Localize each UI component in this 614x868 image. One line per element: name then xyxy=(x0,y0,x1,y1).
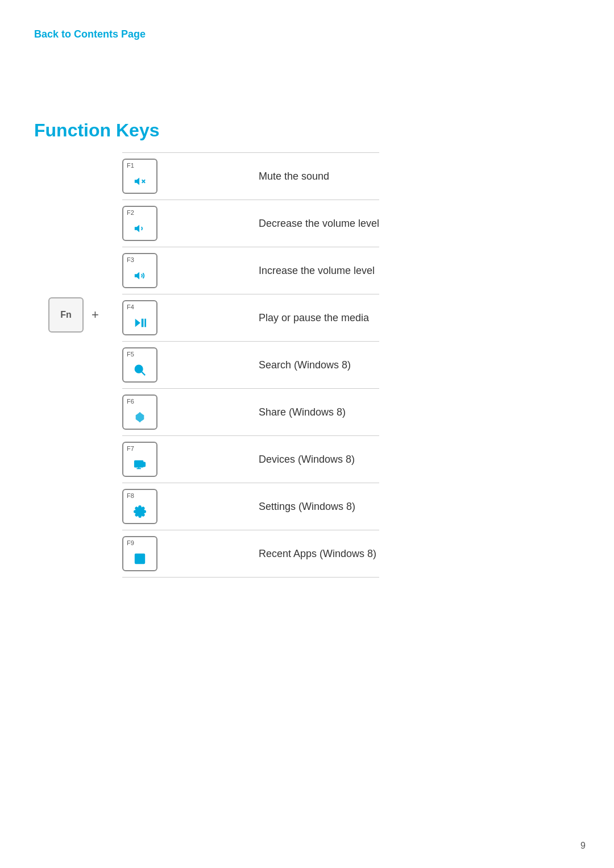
svg-marker-3 xyxy=(135,225,139,232)
table-row: F9 Recent Apps (Windows 8) xyxy=(122,530,379,578)
key-label: F9 xyxy=(127,540,134,546)
svg-marker-4 xyxy=(135,272,139,280)
vol-up-icon xyxy=(134,269,146,284)
function-key-f9: F9 xyxy=(122,536,157,571)
key-label: F6 xyxy=(127,398,134,405)
function-key-f7: F7 xyxy=(122,442,157,477)
svg-rect-7 xyxy=(144,319,146,327)
share-icon xyxy=(134,411,146,425)
key-label: F1 xyxy=(127,163,134,169)
table-row: F2 Decrease the volume level xyxy=(122,200,379,247)
function-key-f6: F6 xyxy=(122,394,157,430)
key-label: F4 xyxy=(127,304,134,310)
key-description: Share (Windows 8) xyxy=(247,406,379,418)
page-content: Back to Contents Page Function Keys Fn +… xyxy=(0,0,614,606)
fn-key-cell: F7 xyxy=(122,442,247,477)
function-key-f3: F3 xyxy=(122,253,157,288)
fn-key-cell: F9 xyxy=(122,536,247,571)
key-description: Increase the volume level xyxy=(247,265,379,277)
svg-marker-0 xyxy=(135,178,139,185)
function-key-f4: F4 xyxy=(122,300,157,335)
key-description: Play or pause the media xyxy=(247,312,379,324)
fn-key-cell: F4 xyxy=(122,300,247,335)
back-to-contents-link[interactable]: Back to Contents Page xyxy=(34,28,146,40)
svg-point-8 xyxy=(135,366,143,373)
key-description: Mute the sound xyxy=(247,171,379,182)
key-description: Decrease the volume level xyxy=(247,218,379,230)
fn-key: Fn xyxy=(48,297,84,333)
fn-key-cell: F3 xyxy=(122,253,247,288)
svg-marker-5 xyxy=(135,319,140,327)
key-label: F7 xyxy=(127,446,134,452)
page-number: 9 xyxy=(580,841,586,851)
svg-line-9 xyxy=(142,372,145,375)
table-row: F6 Share (Windows 8) xyxy=(122,388,379,435)
key-description: Devices (Windows 8) xyxy=(247,454,379,466)
fn-key-cell: F8 xyxy=(122,489,247,524)
table-row: F8 Settings (Windows 8) xyxy=(122,483,379,530)
table-row: F4 Play or pause the media xyxy=(122,294,379,341)
fn-key-cell: F1 xyxy=(122,159,247,194)
svg-rect-10 xyxy=(135,461,143,467)
fn-key-cell: F6 xyxy=(122,394,247,430)
svg-rect-11 xyxy=(143,462,146,466)
key-description: Recent Apps (Windows 8) xyxy=(247,548,379,560)
recent-apps-icon xyxy=(134,553,146,567)
table-row: F3 Increase the volume level xyxy=(122,247,379,294)
key-label: F3 xyxy=(127,257,134,263)
function-key-f1: F1 xyxy=(122,159,157,194)
function-keys-table: F1 Mute the sound F2 Decrease the volume… xyxy=(122,152,379,578)
key-label: F2 xyxy=(127,210,134,216)
fn-key-cell: F2 xyxy=(122,206,247,241)
table-row: F1 Mute the sound xyxy=(122,152,379,200)
key-label: F5 xyxy=(127,351,134,358)
search-icon xyxy=(134,364,146,378)
key-description: Search (Windows 8) xyxy=(247,359,379,371)
section-title: Function Keys xyxy=(34,120,580,141)
function-key-f5: F5 xyxy=(122,347,157,383)
fn-key-cell: F5 xyxy=(122,347,247,383)
key-label: F8 xyxy=(127,493,134,499)
play-pause-icon xyxy=(134,317,146,331)
table-row: F7 Devices (Windows 8) xyxy=(122,435,379,483)
devices-icon xyxy=(134,458,146,472)
key-description: Settings (Windows 8) xyxy=(247,501,379,513)
vol-down-icon xyxy=(134,222,146,236)
function-key-f8: F8 xyxy=(122,489,157,524)
mute-icon xyxy=(134,175,146,189)
table-row: F5 Search (Windows 8) xyxy=(122,341,379,388)
fn-combo: Fn + xyxy=(34,152,117,333)
svg-rect-6 xyxy=(142,319,144,327)
svg-rect-15 xyxy=(135,554,145,564)
settings-icon xyxy=(134,505,146,520)
plus-sign: + xyxy=(92,308,99,322)
function-key-f2: F2 xyxy=(122,206,157,241)
